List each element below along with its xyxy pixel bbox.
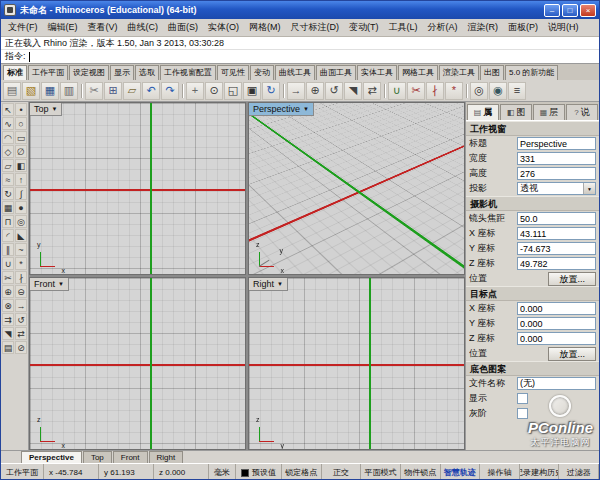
menu-item[interactable]: 曲线(C) — [123, 19, 164, 36]
pane-history[interactable]: 记录建构历史 — [520, 464, 560, 480]
toolbar-tab[interactable]: 渲染工具 — [439, 65, 479, 80]
toolbar-tab[interactable]: 曲面工具 — [316, 65, 356, 80]
wallpaper-filename-input[interactable] — [517, 377, 596, 390]
paste-icon[interactable]: ▱ — [123, 82, 141, 100]
rotate-tool-icon[interactable]: ↺ — [15, 313, 27, 326]
join-tool-icon[interactable]: ∪ — [2, 257, 14, 270]
command-line[interactable]: 指令: — [1, 50, 599, 64]
rotate-icon[interactable]: ↺ — [325, 82, 343, 100]
target-y-input[interactable] — [517, 317, 596, 330]
pane-ortho[interactable]: 正交 — [322, 464, 362, 480]
viewport-perspective[interactable]: Perspective ▼ z x y — [248, 102, 465, 275]
properties-icon[interactable]: ≡ — [508, 82, 526, 100]
toolbar-tab[interactable]: 变动 — [250, 65, 274, 80]
toolbar-tab[interactable]: 标准 — [3, 65, 27, 80]
toolbar-tab[interactable]: 设定视图 — [69, 65, 109, 80]
toolbar-tab[interactable]: 工作平面 — [28, 65, 68, 80]
polygon-tool-icon[interactable]: ◇ — [2, 145, 14, 158]
menu-item[interactable]: 网格(M) — [244, 19, 286, 36]
menu-item[interactable]: 查看(V) — [83, 19, 123, 36]
viewport-tab[interactable]: Front — [113, 451, 148, 463]
cplane-selector[interactable]: 工作平面 — [1, 464, 44, 480]
zoom-window-icon[interactable]: ◱ — [224, 82, 242, 100]
target-place-button[interactable]: 放置... — [548, 347, 596, 361]
mirror-tool-icon[interactable]: ⇄ — [15, 327, 27, 340]
camera-z-input[interactable] — [517, 257, 596, 270]
toolbar-icon[interactable] — [382, 82, 387, 100]
join-icon[interactable]: ∪ — [388, 82, 406, 100]
projection-select[interactable]: 透视 ▼ — [517, 182, 596, 195]
viewport-right-title[interactable]: Right ▼ — [249, 278, 288, 291]
menu-item[interactable]: 编辑(E) — [43, 19, 83, 36]
close-button[interactable]: × — [580, 4, 596, 17]
viewport-front[interactable]: Front ▼ z x — [29, 277, 246, 450]
save-file-icon[interactable]: ▦ — [41, 82, 59, 100]
menu-item[interactable]: 工具(L) — [384, 19, 423, 36]
select-tool-icon[interactable]: ↖ — [2, 103, 14, 116]
wallpaper-show-checkbox[interactable] — [517, 393, 528, 404]
array-tool-icon[interactable]: ▤ — [2, 341, 14, 354]
viewport-front-title[interactable]: Front ▼ — [30, 278, 69, 291]
viewport-top-title[interactable]: Top ▼ — [30, 103, 62, 116]
split-icon[interactable]: ∤ — [426, 82, 444, 100]
rectangle-tool-icon[interactable]: ▭ — [15, 131, 27, 144]
render-icon[interactable]: ◉ — [489, 82, 507, 100]
menu-item[interactable]: 渲染(R) — [463, 19, 504, 36]
toolbar-tab[interactable]: 可见性 — [217, 65, 249, 80]
viewport-right[interactable]: Right ▼ z y — [248, 277, 465, 450]
move-tool-icon[interactable]: → — [15, 299, 27, 312]
copy-icon[interactable]: ⊞ — [104, 82, 122, 100]
mirror-icon[interactable]: ⇄ — [363, 82, 381, 100]
hide-tool-icon[interactable]: ⊘ — [15, 341, 27, 354]
redo-icon[interactable]: ↷ — [161, 82, 179, 100]
print-icon[interactable]: ▥ — [60, 82, 78, 100]
open-file-icon[interactable]: ▧ — [22, 82, 40, 100]
pipe-tool-icon[interactable]: ◎ — [15, 215, 27, 228]
minimize-button[interactable]: – — [544, 4, 560, 17]
object-snap-icon[interactable]: ◎ — [470, 82, 488, 100]
panel-tab-layers[interactable]: ◧ 图 — [500, 104, 532, 120]
revolve-tool-icon[interactable]: ↻ — [2, 187, 14, 200]
arc-tool-icon[interactable]: ◠ — [2, 131, 14, 144]
menu-item[interactable]: 实体(O) — [203, 19, 244, 36]
loft-tool-icon[interactable]: ≈ — [2, 173, 14, 186]
chamfer-tool-icon[interactable]: ◣ — [15, 229, 27, 242]
explode-tool-icon[interactable]: * — [15, 257, 27, 270]
toolbar-tab[interactable]: 显示 — [110, 65, 134, 80]
menu-item[interactable]: 曲面(S) — [163, 19, 203, 36]
surface-tool-icon[interactable]: ▱ — [2, 159, 14, 172]
boolean-difference-tool-icon[interactable]: ⊖ — [15, 285, 27, 298]
camera-y-input[interactable] — [517, 242, 596, 255]
menu-item[interactable]: 面板(P) — [503, 19, 543, 36]
toolbar-tab[interactable]: 选取 — [135, 65, 159, 80]
sphere-tool-icon[interactable]: ● — [15, 201, 27, 214]
pane-smarttrack[interactable]: 智慧轨迹 — [441, 464, 481, 480]
maximize-button[interactable]: □ — [562, 4, 578, 17]
split-tool-icon[interactable]: ∤ — [15, 271, 27, 284]
scale-icon[interactable]: ◥ — [344, 82, 362, 100]
pane-planar[interactable]: 平面模式 — [361, 464, 401, 480]
copy-object-icon[interactable]: ⊕ — [306, 82, 324, 100]
viewport-perspective-title[interactable]: Perspective ▼ — [249, 103, 314, 116]
cut-icon[interactable]: ✂ — [85, 82, 103, 100]
cylinder-tool-icon[interactable]: ⊓ — [2, 215, 14, 228]
pane-grid-snap[interactable]: 锁定格点 — [282, 464, 322, 480]
toolbar-tab[interactable]: 5.0 的新功能 — [505, 65, 558, 80]
toolbar-tab[interactable]: 曲线工具 — [275, 65, 315, 80]
pane-filter[interactable]: 过滤器 — [559, 464, 599, 480]
wallpaper-gray-checkbox[interactable] — [517, 408, 528, 419]
viewport-title-input[interactable] — [517, 137, 596, 150]
toolbar-tab[interactable]: 实体工具 — [357, 65, 397, 80]
blend-tool-icon[interactable]: ~ — [15, 243, 27, 256]
focal-length-input[interactable] — [517, 212, 596, 225]
pan-view-icon[interactable]: + — [186, 82, 204, 100]
ellipse-tool-icon[interactable]: ∅ — [15, 145, 27, 158]
trim-icon[interactable]: ✂ — [407, 82, 425, 100]
new-file-icon[interactable]: ▤ — [3, 82, 21, 100]
patch-tool-icon[interactable]: ◧ — [15, 159, 27, 172]
viewport-tab[interactable]: Right — [149, 451, 184, 463]
toolbar-icon[interactable] — [180, 82, 185, 100]
rotate-view-icon[interactable]: ↻ — [262, 82, 280, 100]
panel-tab-help[interactable]: ? 说 — [566, 104, 598, 120]
sweep-tool-icon[interactable]: ∫ — [15, 187, 27, 200]
